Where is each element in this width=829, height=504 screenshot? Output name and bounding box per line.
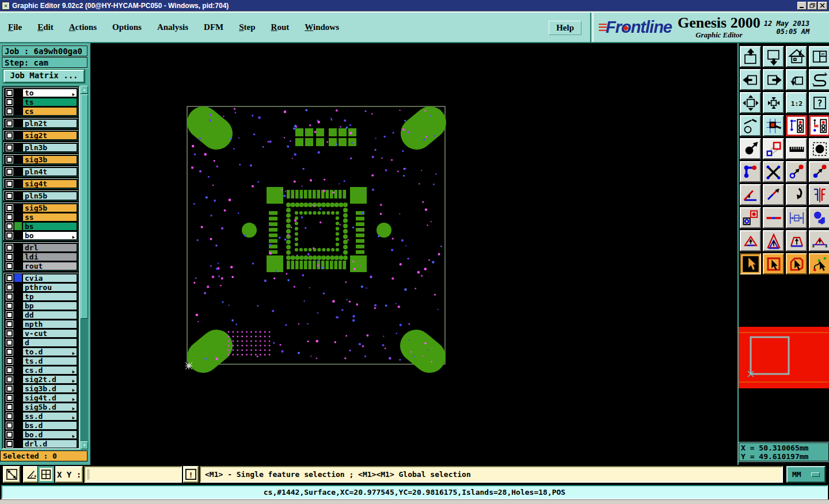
layer-row-sig2t[interactable]: sig2t [4,131,78,140]
layer-color-swatch[interactable] [14,222,22,230]
layer-color-swatch[interactable] [14,301,22,310]
measure-distance-button[interactable] [786,207,807,228]
layer-name[interactable]: ss [22,213,77,222]
resize-wide-button[interactable] [786,230,807,251]
layer-color-swatch[interactable] [14,357,22,365]
layer-color-swatch[interactable] [14,213,22,221]
layer-name[interactable]: bs.d [22,421,77,430]
menu-item-help[interactable]: Help [549,21,581,35]
layer-visibility-checkbox[interactable] [6,376,13,383]
layer-color-swatch[interactable] [14,155,22,163]
layer-name[interactable]: cvia [22,274,77,282]
layer-visibility-checkbox[interactable] [6,404,13,410]
layer-visibility-checkbox[interactable] [6,108,13,114]
layer-color-swatch[interactable] [14,311,22,319]
layer-color-swatch[interactable] [14,143,22,151]
layer-visibility-checkbox[interactable] [6,395,13,401]
layer-color-swatch[interactable] [14,412,22,420]
pan-right-button[interactable] [763,69,784,90]
layer-visibility-checkbox[interactable] [6,99,13,105]
layer-visibility-checkbox[interactable] [6,205,13,211]
scale-1-2-button[interactable]: 1:2 [786,92,807,113]
layer-visibility-checkbox[interactable] [6,181,13,187]
layer-visibility-checkbox[interactable] [6,284,13,291]
measure-angle-button[interactable] [740,184,761,205]
menu-item-rout[interactable]: Rout [271,22,290,32]
layer-visibility-checkbox[interactable] [6,232,13,239]
layer-name[interactable]: bo▲ [22,231,77,240]
layer-name[interactable]: npth [22,320,77,329]
layer-name[interactable]: dd [22,311,77,319]
layer-name[interactable]: to.d▲ [22,348,77,356]
layer-name[interactable]: sig3b [22,155,77,164]
layer-visibility-checkbox[interactable] [6,144,13,151]
copy-feature-button[interactable] [763,138,784,159]
layer-row-bp[interactable]: bp [4,301,78,310]
layer-color-swatch[interactable] [14,274,22,282]
layer-row-dd[interactable]: dd [4,310,78,319]
layer-name[interactable]: tp [22,292,77,301]
layer-name[interactable]: sig3b.d▲ [22,384,77,393]
layer-visibility-checkbox[interactable] [6,193,13,199]
layer-name[interactable]: v-cut [22,329,77,338]
merge-shapes-button[interactable] [809,207,829,228]
move-feature-button[interactable] [740,138,761,159]
menu-item-windows[interactable]: Windows [305,22,339,32]
restore-button[interactable] [808,2,817,10]
layer-name[interactable]: ldi [22,253,77,261]
center-view-button[interactable] [763,92,784,113]
layer-color-swatch[interactable] [14,180,22,188]
layer-list-scrollbar[interactable]: ▲ ▼ [81,86,88,449]
layer-name[interactable]: drl [22,243,77,252]
layer-row-rout[interactable]: rout [4,261,78,270]
menu-item-edit[interactable]: Edit [37,22,54,32]
close-button[interactable] [818,2,827,10]
context-help-button[interactable]: ? [809,92,829,113]
layer-color-swatch[interactable] [14,329,22,337]
layer-name[interactable]: bp [22,301,77,310]
layer-visibility-checkbox[interactable] [6,330,13,337]
select-polygon-mode-button[interactable] [786,253,807,274]
layer-color-swatch[interactable] [14,440,22,448]
layer-row-bs.d[interactable]: bs.d [4,421,78,430]
scroll-down-button[interactable]: ▼ [81,441,88,449]
select-path-mode-button[interactable] [809,253,829,274]
layer-visibility-checkbox[interactable] [6,223,13,230]
layer-color-swatch[interactable] [14,338,22,346]
layer-name[interactable]: drl.d [22,440,77,448]
layer-row-drl.d[interactable]: drl.d [4,439,78,448]
layer-name[interactable]: sig2t.d▲ [22,375,77,384]
overview-panel[interactable] [739,278,829,442]
layer-visibility-checkbox[interactable] [6,214,13,220]
layer-color-swatch[interactable] [14,107,22,115]
layer-name[interactable]: ts.d [22,357,77,365]
layer-row-bs[interactable]: bs [4,222,78,231]
copy-to-layer-button[interactable] [786,161,807,182]
layer-row-d[interactable]: d [4,338,78,347]
layer-visibility-checkbox[interactable] [6,441,13,447]
layer-color-swatch[interactable] [14,192,22,200]
line-angle-button[interactable] [763,184,784,205]
measure-ruler-button[interactable] [786,138,807,159]
menu-item-options[interactable]: Options [112,22,142,32]
layers-display-button[interactable] [786,115,807,136]
layer-visibility-checkbox[interactable] [6,293,13,300]
layer-row-ts[interactable]: ts [4,97,78,106]
layer-color-swatch[interactable] [14,243,22,251]
layer-row-sig3b.d[interactable]: sig3b.d▲ [4,384,78,393]
layer-visibility-checkbox[interactable] [6,132,13,139]
resize-tall-button[interactable] [763,230,784,251]
swap-layers-button[interactable] [740,207,761,228]
menu-item-dfm[interactable]: DFM [204,22,223,32]
layer-visibility-checkbox[interactable] [6,432,13,438]
layer-visibility-checkbox[interactable] [6,321,13,327]
layer-row-bo.d[interactable]: bo.d▲ [4,430,78,439]
layer-row-sig5b[interactable]: sig5b [4,203,78,212]
layer-row-cs[interactable]: cs [4,106,78,116]
layer-row-sig2t.d[interactable]: sig2t.d▲ [4,375,78,384]
layer-visibility-checkbox[interactable] [6,358,13,364]
layer-row-pln3b[interactable]: pln3b [4,143,78,152]
layer-visibility-checkbox[interactable] [6,254,13,260]
layers-display-alt-button[interactable] [809,115,829,136]
layer-name[interactable]: to▲ [22,89,77,97]
